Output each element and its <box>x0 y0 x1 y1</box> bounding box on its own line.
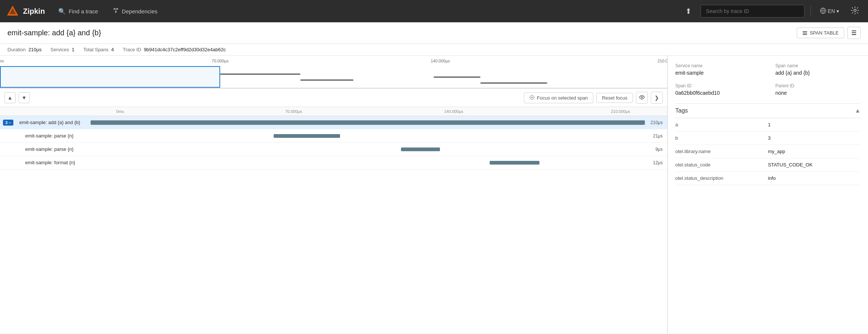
tag-row: otel.status_descriptioninfo <box>675 172 861 185</box>
tag-row: otel.library.namemy_app <box>675 145 861 158</box>
tags-collapse-icon[interactable]: ▲ <box>855 107 861 114</box>
ruler-label-3: 210.000μs <box>657 59 668 63</box>
minimap-bar-4 <box>480 82 547 84</box>
service-name-label: Service name <box>675 63 761 68</box>
tags-header: Tags ▲ <box>675 103 861 118</box>
span-bar <box>401 147 440 151</box>
tag-key: otel.library.name <box>675 145 768 158</box>
span-table-icon <box>802 30 807 36</box>
header: Zipkin 🔍 Find a trace Dependencies ⬆ <box>0 0 868 22</box>
svg-rect-3 <box>117 8 118 10</box>
total-spans-value: 4 <box>111 47 114 52</box>
more-menu-button[interactable]: ☰ <box>847 27 861 39</box>
minimap-bar-1 <box>220 74 300 75</box>
ruler-label-1: 70.000μs <box>212 59 228 63</box>
trace-id-meta: Trace ID 9b941dc4c37c2eff9d2d30d32e4ab62… <box>123 47 226 52</box>
table-row[interactable]: emit-sample: parse {n}9μs <box>0 143 667 156</box>
trace-id-value: 9b941dc4c37c2eff9d2d30d32e4ab62c <box>144 47 226 52</box>
menu-icon: ☰ <box>851 30 856 36</box>
table-row[interactable]: 3 –emit-sample: add {a} and {b}210μs <box>0 116 667 129</box>
span-id-row: Span ID 0a62bb0f6caebd10 Parent ID none <box>675 83 861 96</box>
span-rows-container: 3 –emit-sample: add {a} and {b}210μsemit… <box>0 116 667 169</box>
scroll-up-button[interactable]: ▲ <box>4 92 16 103</box>
tag-key: a <box>675 118 768 132</box>
span-table-button[interactable]: SPAN TABLE <box>797 27 844 38</box>
span-bar-area <box>91 156 645 169</box>
tags-table: a1b3otel.library.namemy_appotel.status_c… <box>675 118 861 185</box>
timeline-ruler: 0ms 70.000μs 140.000μs 210.000μs <box>0 56 667 66</box>
span-duration: 12μs <box>645 160 667 165</box>
span-bar <box>274 134 340 138</box>
service-name-value: emit-sample <box>675 70 761 76</box>
dependencies-icon <box>113 7 119 15</box>
span-duration: 21μs <box>645 133 667 139</box>
nav-find-trace[interactable]: 🔍 Find a trace <box>54 6 102 17</box>
language-button[interactable]: EN ▾ <box>817 5 842 17</box>
span-ruler-3: 210.000μs <box>611 109 630 114</box>
reset-focus-button[interactable]: Reset focus <box>596 93 633 103</box>
span-bar <box>490 161 539 165</box>
services-value: 1 <box>72 47 74 52</box>
upload-button[interactable]: ⬆ <box>682 4 695 19</box>
tag-key: b <box>675 132 768 145</box>
span-duration: 9μs <box>645 147 667 152</box>
tag-row: a1 <box>675 118 861 132</box>
svg-rect-13 <box>803 34 807 35</box>
nav-dependencies[interactable]: Dependencies <box>108 5 162 17</box>
focus-label: Focus on selected span <box>537 95 588 101</box>
span-ruler-1: 70.000μs <box>285 109 302 114</box>
tag-row: otel.status_codeSTATUS_CODE_OK <box>675 158 861 172</box>
tag-value: STATUS_CODE_OK <box>768 158 861 172</box>
total-spans-label: Total Spans <box>83 47 108 52</box>
language-label: EN <box>828 8 835 14</box>
duration-value: 210μs <box>28 47 42 52</box>
span-name-label: Span name <box>776 63 861 68</box>
header-divider <box>810 6 811 16</box>
logo-icon <box>6 4 19 18</box>
parent-id-label: Parent ID <box>776 83 861 88</box>
minimap-area[interactable] <box>0 66 667 88</box>
title-actions: SPAN TABLE ☰ <box>797 27 861 39</box>
trace-id-search-input[interactable] <box>701 5 805 17</box>
tag-key: otel.status_description <box>675 172 768 185</box>
tags-title: Tags <box>675 107 688 114</box>
language-icon <box>820 7 826 15</box>
logo-text: Zipkin <box>23 7 45 16</box>
parent-id-field: Parent ID none <box>776 83 861 96</box>
span-id-value: 0a62bb0f6caebd10 <box>675 90 761 96</box>
next-icon: ❯ <box>655 95 659 101</box>
tag-key: otel.status_code <box>675 158 768 172</box>
span-id-field: Span ID 0a62bb0f6caebd10 <box>675 83 761 96</box>
reset-label: Reset focus <box>602 95 627 101</box>
scroll-down-button[interactable]: ▼ <box>19 92 30 103</box>
svg-rect-11 <box>803 31 807 32</box>
svg-rect-2 <box>114 8 115 10</box>
timeline-header: 0ms 70.000μs 140.000μs 210.000μs <box>0 56 667 89</box>
svg-point-20 <box>641 97 643 98</box>
span-ruler: 0ms 70.000μs 140.000μs 210.000μs <box>0 107 667 116</box>
total-spans-meta: Total Spans 4 <box>83 47 114 52</box>
span-name-value: add {a} and {b} <box>776 70 861 76</box>
tag-value: info <box>768 172 861 185</box>
service-span-row: Service name emit-sample Span name add {… <box>675 63 861 76</box>
focus-icon <box>529 95 535 101</box>
services-label: Services <box>50 47 69 52</box>
down-arrow-icon: ▼ <box>22 95 27 101</box>
next-button[interactable]: ❯ <box>651 92 663 104</box>
eye-icon <box>639 94 645 101</box>
span-table-label: SPAN TABLE <box>810 30 839 36</box>
controls-bar: ▲ ▼ Focus on selected span <box>0 89 667 107</box>
table-row[interactable]: emit-sample: parse {n}21μs <box>0 129 667 143</box>
eye-button[interactable] <box>636 92 648 104</box>
span-ruler-0: 0ms <box>116 109 124 114</box>
focus-span-button[interactable]: Focus on selected span <box>524 93 593 103</box>
tag-value: 3 <box>768 132 861 145</box>
settings-button[interactable] <box>848 4 862 19</box>
span-name: emit-sample: format {n} <box>16 160 91 165</box>
meta-bar: Duration 210μs Services 1 Total Spans 4 … <box>0 44 868 56</box>
span-ruler-2: 140.000μs <box>444 109 463 114</box>
svg-point-15 <box>531 97 533 98</box>
span-id-label: Span ID <box>675 83 761 88</box>
table-row[interactable]: emit-sample: format {n}12μs <box>0 156 667 169</box>
service-name-field: Service name emit-sample <box>675 63 761 76</box>
